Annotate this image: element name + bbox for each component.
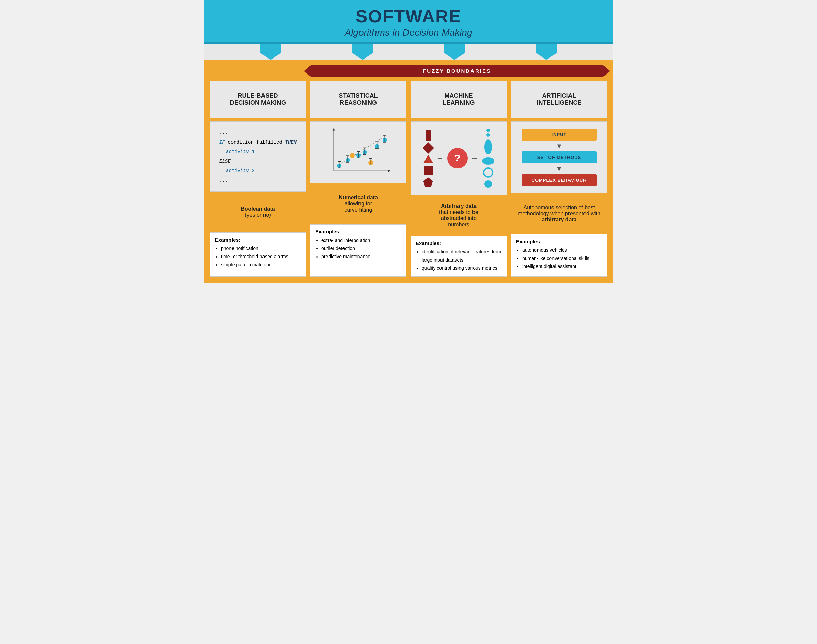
pseudo-dots1: ... [219, 130, 228, 135]
shape-rect-tall [426, 130, 431, 141]
arrow-row [204, 43, 613, 60]
shape-ellipse-tall [484, 140, 492, 155]
ml-question-circle: ? [447, 148, 468, 169]
col-examples-statistical: Examples: extra- and interpolation outli… [310, 224, 407, 277]
arrow-col4 [531, 43, 562, 60]
example-item: identification of relevant features from… [422, 248, 502, 264]
dot-sm-1 [487, 129, 490, 132]
pseudo-activity2: activity 2 [226, 166, 296, 176]
col-desc-text-rule-based: Boolean data(yes or no) [241, 206, 275, 218]
ai-arrow-2: ▼ [522, 166, 597, 172]
example-item: predictive maintenance [321, 253, 401, 261]
ml-arrow-right: → [471, 154, 479, 163]
col-desc-rule-based: Boolean data(yes or no) [210, 195, 306, 229]
shape-diamond [422, 142, 434, 154]
ml-arrow-left: ← [436, 154, 444, 163]
ai-visual-container: INPUT ▼ SET OF METHODS ▼ COMPLEX BEHAVIO… [515, 125, 604, 190]
shape-square [424, 166, 433, 175]
ml-dots-right [487, 129, 490, 137]
example-item: human-like conversational skills [522, 255, 602, 263]
col-visual-ml: ← ? → [410, 121, 507, 195]
examples-title-rule-based: Examples: [215, 237, 301, 242]
col-header-statistical: STATISTICALREASONING [310, 81, 407, 118]
svg-line-4 [337, 135, 386, 166]
col-examples-rule-based: Examples: phone notification time- or th… [210, 232, 306, 277]
col-examples-ml: Examples: identification of relevant fea… [410, 236, 507, 277]
examples-list-rule-based: phone notification time- or threshold-ba… [215, 245, 301, 269]
example-item: autonomous vehicles [522, 246, 602, 255]
ai-complex-box: COMPLEX BEHAVIOUR [522, 174, 597, 186]
svg-marker-3 [388, 170, 390, 172]
shape-pentagon [424, 177, 433, 187]
col-desc-ml: Arbitrary datathat needs to beabstracted… [410, 198, 507, 232]
examples-title-ai: Examples: [516, 238, 602, 244]
ai-methods-box: SET OF METHODS [522, 152, 597, 163]
examples-list-ai: autonomous vehicles human-like conversat… [516, 246, 602, 270]
col-header-ai: ARTIFICIALINTELLIGENCE [511, 81, 607, 118]
column-statistical: STATISTICALREASONING [310, 81, 407, 277]
col-desc-text-ml: Arbitrary datathat needs to beabstracted… [439, 203, 478, 228]
columns: RULE-BASEDDECISION MAKING ... IF conditi… [210, 81, 607, 277]
col-desc-text-ai: Autonomous selection of best methodology… [513, 204, 605, 223]
ml-shapes-left [424, 130, 433, 187]
ai-arrow-1: ▼ [522, 143, 597, 149]
col-header-rule-based: RULE-BASEDDECISION MAKING [210, 81, 306, 118]
fuzzy-banner: FUZZY BOUNDARIES [310, 65, 604, 77]
arrow-col3 [439, 43, 470, 60]
example-item: phone notification [221, 245, 301, 253]
column-ml: MACHINELEARNING ← ? [410, 81, 507, 277]
col-desc-ai: Autonomous selection of best methodology… [511, 197, 607, 231]
col-desc-statistical: Numerical dataallowing forcurve fitting [310, 187, 407, 221]
pseudo-activity1: activity 1 [226, 147, 296, 156]
arrow-col2 [347, 43, 378, 60]
column-rule-based: RULE-BASEDDECISION MAKING ... IF conditi… [210, 81, 306, 277]
svg-marker-2 [332, 128, 335, 130]
examples-title-ml: Examples: [416, 240, 502, 246]
header-title: SOFTWARE [208, 6, 609, 26]
pseudo-else: ELSE [219, 158, 231, 164]
col-examples-ai: Examples: autonomous vehicles human-like… [511, 234, 607, 277]
pseudo-if: IF [219, 140, 225, 145]
col-desc-text-statistical: Numerical dataallowing forcurve fitting [339, 195, 378, 213]
col-visual-ai: INPUT ▼ SET OF METHODS ▼ COMPLEX BEHAVIO… [511, 121, 607, 193]
shape-ellipse-h [482, 157, 494, 165]
arrow-col1 [255, 43, 286, 60]
ml-shapes-right [482, 129, 494, 188]
col-header-ml: MACHINELEARNING [410, 81, 507, 118]
examples-list-ml: identification of relevant features from… [416, 248, 502, 272]
examples-title-statistical: Examples: [315, 228, 401, 235]
examples-list-statistical: extra- and interpolation outlier detecti… [315, 236, 401, 261]
example-item: simple pattern matching [221, 261, 301, 269]
example-item: time- or threshold-based alarms [221, 253, 301, 261]
example-item: extra- and interpolation [321, 236, 401, 245]
header-subtitle: Algorithms in Decision Making [208, 27, 609, 38]
dot-sm-2 [487, 133, 490, 137]
col-visual-rule-based: ... IF condition fulfilled THEN activity… [210, 121, 306, 192]
example-item: quality control using various metrics [422, 264, 502, 273]
pseudo-then: THEN [285, 140, 296, 145]
example-item: outlier detection [321, 245, 401, 253]
pseudo-dots2: ... [219, 178, 228, 183]
ml-visual-container: ← ? → [414, 125, 503, 191]
col-visual-statistical [310, 121, 407, 183]
fuzzy-row: FUZZY BOUNDARIES [210, 65, 607, 77]
shape-circle-solid [484, 180, 492, 188]
column-ai: ARTIFICIALINTELLIGENCE INPUT ▼ SET OF ME… [511, 81, 607, 277]
main-content: FUZZY BOUNDARIES RULE-BASEDDECISION MAKI… [204, 60, 613, 284]
pseudocode-block: ... IF condition fulfilled THEN activity… [216, 125, 300, 188]
example-item: intelligent digital assistant [522, 263, 602, 271]
svg-point-13 [350, 153, 355, 158]
header: SOFTWARE Algorithms in Decision Making [204, 0, 613, 43]
pseudo-condition: condition fulfilled [225, 140, 285, 145]
shape-circle-outline [483, 167, 493, 178]
scatter-plot [324, 125, 393, 179]
shape-triangle [424, 155, 433, 163]
ai-input-box: INPUT [522, 129, 597, 141]
